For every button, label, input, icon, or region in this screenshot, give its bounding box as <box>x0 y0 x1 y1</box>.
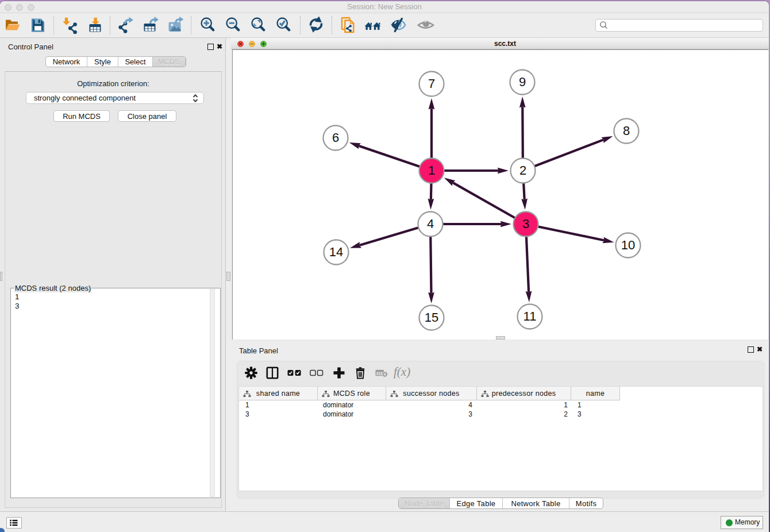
svg-text:4: 4 <box>427 217 434 231</box>
svg-text:11: 11 <box>523 309 537 323</box>
svg-text:6: 6 <box>332 130 339 145</box>
svg-text:3: 3 <box>522 217 529 231</box>
svg-text:2: 2 <box>519 163 526 178</box>
svg-text:10: 10 <box>621 238 635 252</box>
svg-text:7: 7 <box>428 76 435 91</box>
svg-text:8: 8 <box>623 124 630 138</box>
svg-text:14: 14 <box>329 245 343 259</box>
svg-text:9: 9 <box>519 75 526 89</box>
svg-text:15: 15 <box>425 310 438 325</box>
svg-text:1: 1 <box>428 163 435 178</box>
